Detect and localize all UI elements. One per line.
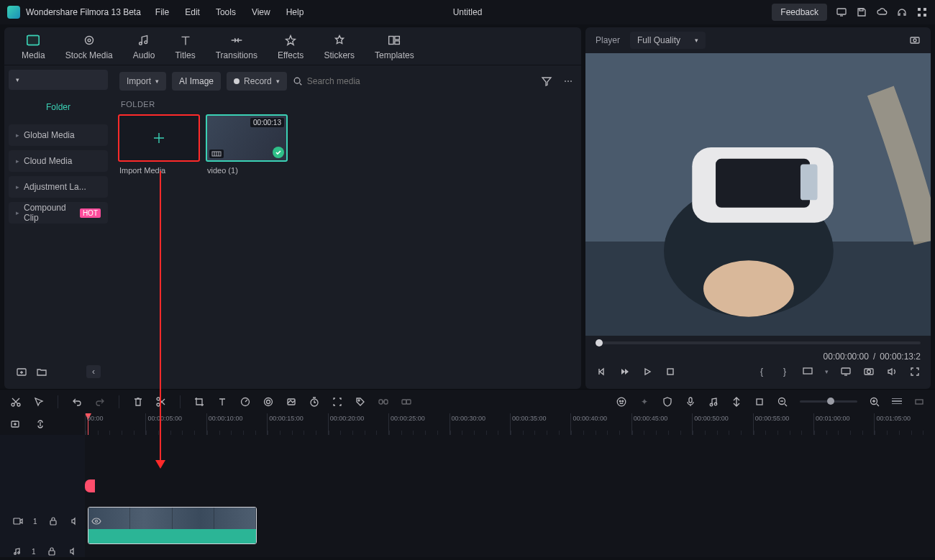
tab-transitions[interactable]: Transitions [216, 33, 257, 60]
text-icon[interactable] [216, 396, 228, 408]
delete-icon[interactable] [132, 396, 144, 408]
mic-icon[interactable] [685, 396, 696, 408]
play-forward-icon[interactable] [619, 366, 630, 377]
tab-stickers[interactable]: Stickers [324, 33, 355, 60]
tab-effects[interactable]: Effects [278, 33, 304, 60]
fullscreen-icon[interactable] [909, 366, 921, 377]
brace-open-icon[interactable]: { [756, 366, 767, 377]
media-selector[interactable]: ▾ [9, 70, 108, 90]
sidebar-item-adjustment-layer[interactable]: ▸Adjustment La... [9, 176, 108, 198]
search-media[interactable] [293, 76, 535, 86]
filter-icon[interactable] [541, 75, 552, 87]
settings-gear-icon[interactable]: ✦ [639, 396, 650, 408]
folder-button[interactable]: Folder [9, 97, 108, 117]
panel-tabs: Media Stock Media Audio Titles Transitio… [4, 27, 581, 65]
apps-icon[interactable] [916, 6, 928, 18]
track-add-icon[interactable] [10, 418, 22, 430]
monitor-icon[interactable] [836, 6, 847, 18]
zoom-slider[interactable] [800, 400, 857, 403]
zoom-handle[interactable] [827, 398, 834, 405]
fit-icon[interactable] [913, 396, 925, 408]
save-icon[interactable] [856, 6, 867, 18]
mute-icon[interactable] [69, 515, 81, 527]
menu-edit[interactable]: Edit [185, 7, 200, 17]
mask-icon[interactable] [286, 396, 297, 408]
ai-image-button[interactable]: AI Image [172, 72, 221, 91]
crop-icon[interactable] [193, 396, 205, 408]
scrub-bar[interactable] [596, 341, 921, 344]
shield-icon[interactable] [662, 396, 673, 408]
tag-icon[interactable] [355, 396, 366, 408]
track-link-icon[interactable] [35, 418, 46, 430]
timeline-marker[interactable] [85, 479, 95, 492]
audio-track-header[interactable]: 1 [13, 546, 79, 557]
menu-view[interactable]: View [252, 7, 270, 17]
snap-icon[interactable] [731, 396, 742, 408]
sidebar-item-cloud-media[interactable]: ▸Cloud Media [9, 150, 108, 172]
select-tool-icon[interactable] [33, 396, 45, 408]
zoom-in-icon[interactable] [869, 396, 880, 408]
new-folder-icon[interactable] [36, 366, 47, 377]
speed-icon[interactable] [240, 396, 251, 408]
feedback-button[interactable]: Feedback [772, 4, 827, 21]
visibility-icon[interactable] [91, 515, 102, 527]
undo-icon[interactable] [71, 396, 83, 408]
tab-titles[interactable]: Titles [175, 33, 195, 60]
duration-icon[interactable] [309, 396, 320, 408]
prev-frame-icon[interactable] [596, 366, 607, 377]
redo-icon[interactable] [94, 396, 106, 408]
svg-rect-0 [837, 9, 846, 14]
play-icon[interactable] [642, 366, 653, 377]
mute-icon[interactable] [68, 546, 79, 557]
timeline-clip[interactable] [88, 507, 257, 544]
color-icon[interactable] [263, 396, 274, 408]
music-note-icon[interactable] [708, 396, 719, 408]
import-media-card[interactable]: Import Media [118, 114, 200, 179]
lock-icon[interactable] [47, 515, 59, 527]
chevron-down-icon[interactable]: ▾ [825, 368, 829, 375]
volume-icon[interactable] [886, 366, 898, 377]
chevron-down-icon: ▾ [16, 76, 19, 83]
snapshot-icon[interactable] [909, 35, 921, 46]
sidebar-item-compound-clip[interactable]: ▸Compound ClipHOT [9, 202, 108, 224]
cut-tool-icon[interactable] [10, 396, 22, 408]
ai-icon[interactable] [616, 396, 627, 408]
quality-selector[interactable]: Full Quality▾ [630, 32, 706, 49]
collapse-icon[interactable]: ‹ [86, 365, 101, 378]
tab-stock-media[interactable]: Stock Media [65, 33, 113, 60]
brace-close-icon[interactable]: } [779, 366, 790, 377]
stop-icon[interactable] [665, 366, 676, 377]
video-clip-card[interactable]: 00:00:13 video (1) [206, 114, 288, 179]
sidebar-item-global-media[interactable]: ▸Global Media [9, 124, 108, 146]
camera-icon[interactable] [863, 366, 875, 377]
video-track-header[interactable]: 1 [13, 515, 102, 527]
link-icon[interactable] [378, 396, 389, 408]
grip-icon[interactable] [892, 398, 902, 405]
record-button[interactable]: Record▾ [227, 72, 287, 91]
search-input[interactable] [307, 76, 451, 86]
import-button[interactable]: Import▾ [119, 72, 166, 91]
svg-rect-28 [803, 368, 812, 374]
ratio-icon[interactable] [802, 366, 813, 377]
preview-viewport[interactable] [585, 53, 931, 336]
group-icon[interactable] [401, 396, 412, 408]
timeline-tracks[interactable]: 1 1 [0, 435, 935, 557]
scrub-handle[interactable] [596, 339, 603, 346]
keyframe-icon[interactable] [332, 396, 343, 408]
timeline-ruler[interactable]: 00:00 00:00:05:00 00:00:10:00 00:00:15:0… [0, 413, 935, 435]
zoom-out-icon[interactable] [777, 396, 788, 408]
tab-audio[interactable]: Audio [133, 33, 155, 60]
more-icon[interactable]: ⋯ [562, 75, 574, 87]
tab-templates[interactable]: Templates [375, 33, 414, 60]
import-folder-icon[interactable] [16, 366, 27, 377]
menu-tools[interactable]: Tools [216, 7, 236, 17]
lock-icon[interactable] [46, 546, 58, 557]
marker-icon[interactable] [754, 396, 765, 408]
menu-help[interactable]: Help [286, 7, 304, 17]
tab-media[interactable]: Media [22, 33, 45, 60]
headset-icon[interactable] [896, 6, 908, 18]
menu-file[interactable]: File [155, 7, 169, 17]
display-icon[interactable] [840, 366, 852, 377]
split-icon[interactable] [155, 396, 167, 408]
cloud-icon[interactable] [876, 6, 888, 18]
